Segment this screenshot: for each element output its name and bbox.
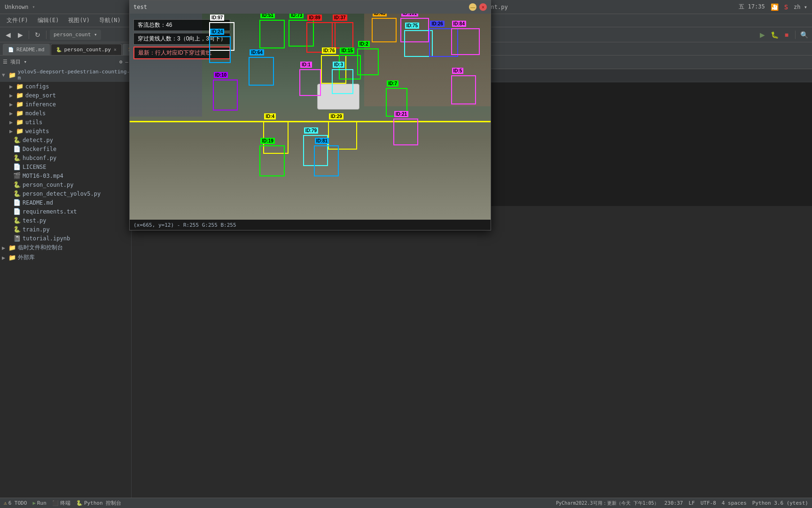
minimize-icon[interactable]: — xyxy=(125,59,128,65)
track-box-ID84: ID:84 xyxy=(451,28,480,55)
hubconf-label: hubconf.py xyxy=(23,155,56,161)
settings-icon[interactable]: ⚙ xyxy=(119,59,123,65)
project-dropdown[interactable]: Unknown xyxy=(5,4,29,10)
readme-icon: 📄 xyxy=(13,199,21,206)
video-close[interactable]: × xyxy=(479,3,487,11)
video-icon: 🎦 xyxy=(771,3,779,11)
yellow-line xyxy=(130,121,491,122)
root-folder-icon: 📁 xyxy=(8,71,16,79)
tree-inference[interactable]: ▶ 📁 inference xyxy=(0,100,131,109)
tree-tempfiles[interactable]: ▶ 📁 临时文件和控制台 xyxy=(0,243,131,253)
toolbar-build[interactable]: ▶ xyxy=(757,30,767,40)
weights-arrow: ▶ xyxy=(9,128,16,135)
tree-deepsort[interactable]: ▶ 📁 deep_sort xyxy=(0,91,131,100)
track-box-ID3: ID:3 xyxy=(332,69,353,94)
mot16-icon: 🎬 xyxy=(13,172,21,179)
tree-configs[interactable]: ▶ 📁 configs xyxy=(0,82,131,91)
pixel-info: (x=665, y=12) - R:255 G:255 B:255 xyxy=(133,222,236,228)
tab-person-count-close[interactable]: × xyxy=(114,47,117,52)
requirements-label: requirements.txt xyxy=(23,208,77,215)
menu-file[interactable]: 文件(F) xyxy=(3,16,32,25)
menu-navigate[interactable]: 导航(N) xyxy=(95,16,125,25)
license-label: LICENSE xyxy=(23,164,47,170)
tree-models[interactable]: ▶ 📁 models xyxy=(0,109,131,118)
tree-readme[interactable]: 📄 README.md xyxy=(0,198,131,207)
tree-person-count[interactable]: 🐍 person_count.py xyxy=(0,180,131,189)
track-box-ID75: ID:75 xyxy=(404,30,433,57)
tab-person-count-label: person_count.py xyxy=(64,47,111,53)
update-notice[interactable]: PyCharm2022.3可用：更新（今天 下午1:05） xyxy=(556,500,658,507)
toolbar-search[interactable]: 🔍 xyxy=(799,30,809,40)
hubconf-icon: 🐍 xyxy=(13,154,21,161)
test-label: test.py xyxy=(23,217,47,224)
toolbar-refresh[interactable]: ↻ xyxy=(32,30,43,40)
configs-label: configs xyxy=(25,83,49,90)
video-titlebar[interactable]: test — × xyxy=(130,0,491,14)
tree-license[interactable]: 📄 LICENSE xyxy=(0,162,131,171)
inference-icon: 📁 xyxy=(16,101,23,108)
video-controls: — × xyxy=(469,3,487,11)
tree-detect[interactable]: 🐍 detect.py xyxy=(0,135,131,144)
tree-root[interactable]: ▼ 📁 yolov5-deepsort-pedestrian-counting-… xyxy=(0,68,131,82)
tab-person-count[interactable]: 🐍 person_count.py × xyxy=(51,44,122,55)
video-background: 客流总数：46 穿过黄线人数：3（0向上，3向下） 最新：行人对应ID下穿过黄线… xyxy=(130,14,491,220)
dockerfile-icon: 📄 xyxy=(13,145,21,152)
readme-label: README.md xyxy=(23,199,53,206)
tree-requirements[interactable]: 📄 requirements.txt xyxy=(0,207,131,216)
tab-readme[interactable]: 📄 README.md xyxy=(3,44,50,55)
titlebar-left: Unknown ▾ xyxy=(5,4,35,10)
video-window: test — × 客流总数：46 穿过黄线人数：3（0向上，3向下） 最新：行人… xyxy=(129,0,491,230)
terminal-label: 终端 xyxy=(60,500,70,507)
statusbar-terminal[interactable]: ⬛ 终端 xyxy=(52,500,70,507)
train-icon: 🐍 xyxy=(13,226,21,233)
tree-test[interactable]: 🐍 test.py xyxy=(0,216,131,225)
python-version[interactable]: Python 3.6 (ytest) xyxy=(752,500,808,506)
track-box-ID19: ID:19 xyxy=(259,145,285,176)
tree-tutorial[interactable]: 📓 tutorial.ipynb xyxy=(0,234,131,243)
person-detect-label: person_detect_yolov5.py xyxy=(23,190,101,197)
project-header[interactable]: ☰ 项目 ▾ ⚙ — xyxy=(0,56,131,68)
configs-icon: 📁 xyxy=(16,83,23,90)
run-name-status: Run xyxy=(37,500,47,506)
toolbar-stop[interactable]: ■ xyxy=(781,30,792,40)
tree-train[interactable]: 🐍 train.py xyxy=(0,225,131,234)
inference-arrow: ▶ xyxy=(9,101,16,108)
utils-arrow: ▶ xyxy=(9,119,16,126)
tree-hubconf[interactable]: 🐍 hubconf.py xyxy=(0,153,131,162)
line-ending[interactable]: LF xyxy=(688,500,695,506)
video-minimize[interactable]: — xyxy=(469,3,476,11)
toolbar-forward[interactable]: ▶ xyxy=(15,30,25,40)
track-box-ID2: ID:2 xyxy=(357,48,379,75)
indent-info[interactable]: 4 spaces xyxy=(722,500,747,506)
statusbar-todo[interactable]: ⚠ 6 TODO xyxy=(4,500,27,506)
inference-label: inference xyxy=(25,101,56,108)
toolbar-back[interactable]: ◀ xyxy=(3,30,13,40)
toolbar-sep1 xyxy=(29,31,29,39)
menu-edit[interactable]: 编辑(E) xyxy=(34,16,63,25)
track-box-ID37: ID:37 xyxy=(332,22,353,49)
weights-icon: 📁 xyxy=(16,127,23,135)
person-count-icon: 🐍 xyxy=(13,181,21,188)
tree-dockerfile[interactable]: 📄 Dockerfile xyxy=(0,144,131,153)
tree-utils[interactable]: ▶ 📁 utils xyxy=(0,118,131,127)
sidebar: ☰ 项目 ▾ ⚙ — ▼ 📁 yolov5-deepsort-pedestria… xyxy=(0,56,132,498)
tree-weights[interactable]: ▶ 📁 weights xyxy=(0,127,131,135)
deepsort-label: deep_sort xyxy=(25,92,56,99)
menu-view[interactable]: 视图(V) xyxy=(64,16,94,25)
breadcrumb-nav[interactable]: person_count ▾ xyxy=(50,30,101,40)
python-console-label: Python 控制台 xyxy=(84,500,121,507)
tree-person-detect[interactable]: 🐍 person_detect_yolov5.py xyxy=(0,189,131,198)
terminal-icon: ⬛ xyxy=(52,500,59,506)
toolbar-debug[interactable]: 🐛 xyxy=(769,30,780,40)
track-box-ID43: ID:43 xyxy=(372,18,397,43)
detect-label: detect.py xyxy=(23,137,53,143)
tutorial-icon: 📓 xyxy=(13,235,21,242)
tree-mot16[interactable]: 🎬 MOT16-03.mp4 xyxy=(0,171,131,180)
encoding[interactable]: UTF-8 xyxy=(701,500,716,506)
external-icon: 📁 xyxy=(8,254,16,261)
tree-external[interactable]: ▶ 📁 外部库 xyxy=(0,253,131,262)
tab-readme-label: README.md xyxy=(16,47,45,53)
external-arrow: ▶ xyxy=(2,254,8,261)
dockerfile-label: Dockerfile xyxy=(23,146,56,152)
statusbar-python-console[interactable]: 🐍 Python 控制台 xyxy=(76,500,121,507)
